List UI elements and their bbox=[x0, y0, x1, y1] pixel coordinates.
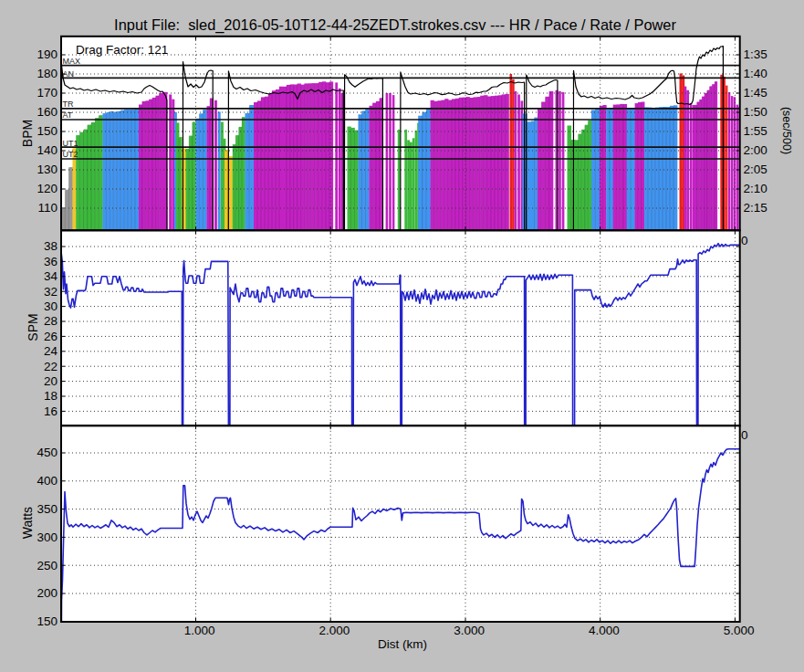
svg-text:36: 36 bbox=[44, 255, 57, 268]
svg-text:1:55: 1:55 bbox=[744, 124, 767, 138]
svg-text:38: 38 bbox=[44, 239, 57, 253]
svg-text:28: 28 bbox=[44, 314, 57, 328]
svg-text:Dist (km): Dist (km) bbox=[378, 637, 427, 651]
svg-text:1:40: 1:40 bbox=[744, 67, 767, 80]
svg-text:350: 350 bbox=[37, 502, 57, 516]
svg-text:(sec/500): (sec/500) bbox=[780, 107, 793, 154]
svg-text:150: 150 bbox=[37, 124, 57, 138]
svg-text:1:45: 1:45 bbox=[744, 86, 767, 100]
svg-text:2:00: 2:00 bbox=[744, 143, 767, 157]
svg-text:32: 32 bbox=[44, 285, 57, 299]
svg-text:2:10: 2:10 bbox=[744, 182, 767, 195]
svg-text:130: 130 bbox=[37, 163, 57, 176]
svg-text:BPM: BPM bbox=[20, 120, 35, 147]
svg-text:Drag Factor: 121: Drag Factor: 121 bbox=[76, 43, 168, 57]
svg-text:0: 0 bbox=[741, 234, 748, 247]
svg-text:20: 20 bbox=[44, 374, 57, 388]
svg-text:UT1: UT1 bbox=[63, 139, 78, 148]
svg-text:450: 450 bbox=[37, 446, 57, 459]
svg-text:34: 34 bbox=[44, 269, 58, 283]
svg-text:120: 120 bbox=[37, 182, 57, 195]
svg-text:140: 140 bbox=[37, 143, 57, 157]
svg-text:400: 400 bbox=[37, 474, 57, 488]
svg-text:2:05: 2:05 bbox=[744, 163, 767, 176]
svg-text:22: 22 bbox=[44, 360, 57, 373]
svg-text:SPM: SPM bbox=[26, 313, 40, 341]
svg-text:24: 24 bbox=[44, 344, 58, 358]
svg-text:26: 26 bbox=[44, 330, 57, 343]
svg-text:Watts: Watts bbox=[20, 507, 35, 539]
svg-text:110: 110 bbox=[37, 201, 57, 215]
svg-text:30: 30 bbox=[44, 299, 57, 313]
svg-text:3.000: 3.000 bbox=[454, 624, 485, 637]
svg-text:5.000: 5.000 bbox=[724, 624, 755, 637]
svg-text:1:35: 1:35 bbox=[744, 47, 767, 61]
svg-text:200: 200 bbox=[37, 586, 57, 600]
svg-text:2.000: 2.000 bbox=[319, 624, 350, 637]
svg-text:UT2: UT2 bbox=[63, 150, 78, 159]
svg-text:190: 190 bbox=[37, 47, 57, 61]
svg-text:300: 300 bbox=[37, 530, 57, 544]
svg-text:1:50: 1:50 bbox=[744, 105, 767, 119]
svg-text:170: 170 bbox=[37, 86, 57, 100]
svg-text:TR: TR bbox=[63, 100, 74, 109]
svg-text:250: 250 bbox=[37, 559, 57, 572]
svg-text:2:15: 2:15 bbox=[744, 201, 767, 215]
svg-text:150: 150 bbox=[37, 614, 57, 628]
svg-text:0: 0 bbox=[741, 428, 748, 442]
svg-text:1.000: 1.000 bbox=[184, 624, 215, 637]
svg-text:180: 180 bbox=[37, 67, 57, 80]
svg-text:MAX: MAX bbox=[63, 57, 81, 66]
svg-text:18: 18 bbox=[44, 389, 57, 403]
svg-text:4.000: 4.000 bbox=[589, 624, 620, 637]
svg-text:160: 160 bbox=[37, 105, 57, 119]
svg-text:16: 16 bbox=[44, 404, 57, 418]
svg-text:Input File: sled_2016-05-10T1: Input File: sled_2016-05-10T12-44-25ZEDT… bbox=[114, 16, 676, 34]
